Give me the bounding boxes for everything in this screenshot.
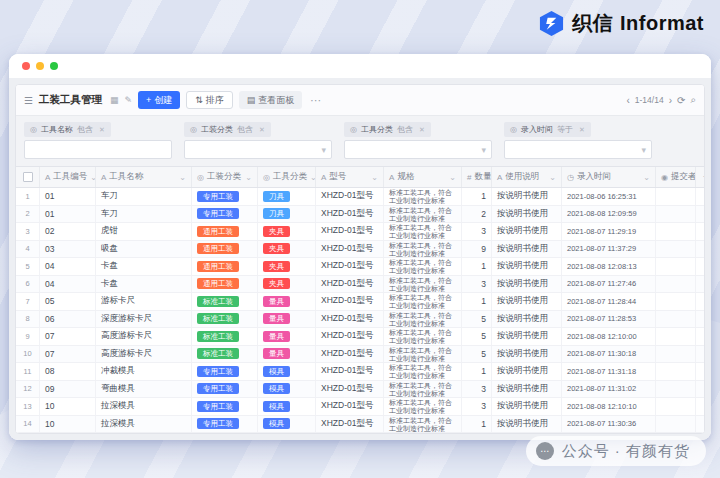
row-number-cell[interactable]: 2: [16, 206, 40, 223]
cell-qty[interactable]: 5: [462, 346, 492, 363]
cell-qty[interactable]: 1: [462, 188, 492, 205]
cell-time[interactable]: 2021-08-08 12:09:59: [562, 206, 656, 223]
more-icon[interactable]: ⋯: [308, 94, 323, 107]
prev-page-icon[interactable]: ‹: [626, 95, 629, 106]
cell-cat1[interactable]: 专用工装: [192, 381, 258, 398]
cell-name[interactable]: 弯曲模具: [96, 381, 192, 398]
cell-submitter[interactable]: [656, 398, 696, 415]
cell-submitter[interactable]: [656, 381, 696, 398]
column-header-cat2[interactable]: ◎工具分类⌄: [258, 167, 316, 187]
cell-qty[interactable]: 5: [462, 311, 492, 328]
cell-time[interactable]: 2021-08-07 11:29:19: [562, 223, 656, 240]
cell-time[interactable]: 2021-08-07 11:27:46: [562, 276, 656, 293]
cell-submitter[interactable]: [656, 328, 696, 345]
cell-spec[interactable]: 标准工装工具，符合工业制造行业标准: [384, 206, 462, 223]
cell-submitter[interactable]: [656, 293, 696, 310]
filter-input[interactable]: ▾: [344, 140, 492, 159]
cell-submitter[interactable]: [656, 416, 696, 433]
grid-view-icon[interactable]: ▦: [110, 95, 119, 105]
cell-qty[interactable]: 3: [462, 223, 492, 240]
cell-usage[interactable]: 按说明书使用: [492, 363, 562, 380]
cell-usage[interactable]: 按说明书使用: [492, 293, 562, 310]
row-number-cell[interactable]: 7: [16, 293, 40, 310]
column-header-qty[interactable]: #数量⌄: [462, 167, 492, 187]
cell-usage[interactable]: 按说明书使用: [492, 188, 562, 205]
row-number-cell[interactable]: 4: [16, 241, 40, 258]
cell-model[interactable]: XHZD-01型号: [316, 206, 384, 223]
cell-spec[interactable]: 标准工装工具，符合工业制造行业标准: [384, 363, 462, 380]
cell-spec[interactable]: 标准工装工具，符合工业制造行业标准: [384, 346, 462, 363]
cell-usage[interactable]: 按说明书使用: [492, 241, 562, 258]
cell-model[interactable]: XHZD-01型号: [316, 293, 384, 310]
cell-cat1[interactable]: 通用工装: [192, 241, 258, 258]
filter-input[interactable]: ▾: [184, 140, 332, 159]
cell-submitter[interactable]: [656, 276, 696, 293]
panel-button[interactable]: ▤ 查看面板: [239, 91, 303, 109]
cell-cat1[interactable]: 专用工装: [192, 398, 258, 415]
sort-button[interactable]: ⇅ 排序: [186, 91, 233, 109]
cell-cat2[interactable]: 模具: [258, 416, 316, 433]
minimize-window-button[interactable]: [36, 62, 44, 70]
remove-filter-icon[interactable]: ✕: [419, 126, 425, 134]
column-header-name[interactable]: A工具名称⌄: [96, 167, 192, 187]
cell-name[interactable]: 车刀: [96, 188, 192, 205]
cell-spec[interactable]: 标准工装工具，符合工业制造行业标准: [384, 258, 462, 275]
cell-name[interactable]: 虎钳: [96, 223, 192, 240]
remove-filter-icon[interactable]: ✕: [99, 126, 105, 134]
refresh-icon[interactable]: ⟳: [677, 95, 685, 106]
remove-filter-icon[interactable]: ✕: [579, 126, 585, 134]
cell-cat1[interactable]: 专用工装: [192, 188, 258, 205]
next-page-icon[interactable]: ›: [669, 95, 672, 106]
cell-model[interactable]: XHZD-01型号: [316, 416, 384, 433]
column-header-submitter[interactable]: ◉提交者⌄: [656, 167, 696, 187]
close-window-button[interactable]: [22, 62, 30, 70]
cell-time[interactable]: 2021-08-07 11:31:02: [562, 381, 656, 398]
cell-submitter[interactable]: [656, 188, 696, 205]
cell-cat1[interactable]: 专用工装: [192, 416, 258, 433]
cell-usage[interactable]: 按说明书使用: [492, 416, 562, 433]
cell-cat1[interactable]: 标准工装: [192, 346, 258, 363]
filter-input[interactable]: [24, 140, 172, 159]
cell-name[interactable]: 高度游标卡尺: [96, 328, 192, 345]
cell-submitter[interactable]: [656, 223, 696, 240]
row-number-cell[interactable]: 14: [16, 416, 40, 433]
cell-code[interactable]: 08: [40, 363, 96, 380]
cell-time[interactable]: 2021-08-08 12:10:10: [562, 398, 656, 415]
edit-title-icon[interactable]: ✎: [124, 95, 132, 105]
cell-model[interactable]: XHZD-01型号: [316, 328, 384, 345]
cell-name[interactable]: 游标卡尺: [96, 293, 192, 310]
cell-model[interactable]: XHZD-01型号: [316, 311, 384, 328]
cell-model[interactable]: XHZD-01型号: [316, 241, 384, 258]
cell-cat1[interactable]: 通用工装: [192, 276, 258, 293]
cell-submitter[interactable]: [656, 311, 696, 328]
cell-spec[interactable]: 标准工装工具，符合工业制造行业标准: [384, 223, 462, 240]
cell-spec[interactable]: 标准工装工具，符合工业制造行业标准: [384, 188, 462, 205]
cell-model[interactable]: XHZD-01型号: [316, 188, 384, 205]
cell-name[interactable]: 车刀: [96, 206, 192, 223]
cell-name[interactable]: 拉深模具: [96, 398, 192, 415]
cell-usage[interactable]: 按说明书使用: [492, 223, 562, 240]
cell-code[interactable]: 07: [40, 346, 96, 363]
cell-model[interactable]: XHZD-01型号: [316, 223, 384, 240]
cell-submitter[interactable]: [656, 206, 696, 223]
column-menu-icon[interactable]: ⌄: [449, 173, 456, 182]
row-number-cell[interactable]: 11: [16, 363, 40, 380]
cell-code[interactable]: 04: [40, 258, 96, 275]
cell-submitter[interactable]: [656, 346, 696, 363]
menu-icon[interactable]: ☰: [24, 95, 33, 106]
add-column-button[interactable]: +: [696, 167, 704, 187]
cell-spec[interactable]: 标准工装工具，符合工业制造行业标准: [384, 311, 462, 328]
cell-spec[interactable]: 标准工装工具，符合工业制造行业标准: [384, 416, 462, 433]
cell-code[interactable]: 10: [40, 398, 96, 415]
column-header-model[interactable]: A型号⌄: [316, 167, 384, 187]
filter-chip[interactable]: ◎录入时间等于✕: [504, 122, 591, 137]
filter-chip[interactable]: ◎工具分类包含✕: [344, 122, 431, 137]
cell-qty[interactable]: 1: [462, 293, 492, 310]
cell-cat2[interactable]: 夹具: [258, 276, 316, 293]
cell-model[interactable]: XHZD-01型号: [316, 398, 384, 415]
cell-spec[interactable]: 标准工装工具，符合工业制造行业标准: [384, 276, 462, 293]
cell-model[interactable]: XHZD-01型号: [316, 363, 384, 380]
column-menu-icon[interactable]: ⌄: [643, 173, 650, 182]
cell-code[interactable]: 04: [40, 276, 96, 293]
create-button[interactable]: + 创建: [138, 91, 180, 109]
